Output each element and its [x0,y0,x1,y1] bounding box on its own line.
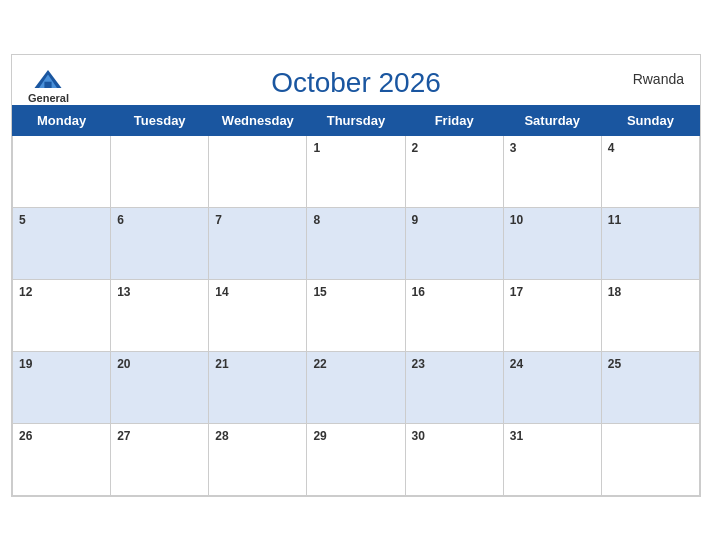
calendar-week-row: 12131415161718 [13,279,700,351]
day-number: 9 [412,213,419,227]
calendar-header: General Blue October 2026 Rwanda [12,55,700,105]
calendar-day-cell: 6 [111,207,209,279]
day-number: 30 [412,429,425,443]
calendar-day-cell: 25 [601,351,699,423]
day-number: 11 [608,213,621,227]
logo-general: General [28,93,69,104]
day-number: 4 [608,141,615,155]
calendar-day-cell: 7 [209,207,307,279]
calendar-day-cell [601,423,699,495]
header-tuesday: Tuesday [111,105,209,135]
calendar-day-cell [111,135,209,207]
day-number: 19 [19,357,32,371]
calendar-day-cell: 27 [111,423,209,495]
day-number: 7 [215,213,222,227]
calendar-day-cell [209,135,307,207]
calendar-day-cell: 20 [111,351,209,423]
day-number: 22 [313,357,326,371]
day-number: 29 [313,429,326,443]
day-number: 13 [117,285,130,299]
calendar-day-cell: 15 [307,279,405,351]
calendar-day-cell: 17 [503,279,601,351]
calendar-week-row: 567891011 [13,207,700,279]
day-number: 5 [19,213,26,227]
day-number: 14 [215,285,228,299]
calendar-day-cell: 4 [601,135,699,207]
day-number: 28 [215,429,228,443]
calendar-day-cell: 8 [307,207,405,279]
day-number: 26 [19,429,32,443]
calendar-table: Monday Tuesday Wednesday Thursday Friday… [12,105,700,496]
calendar-week-row: 262728293031 [13,423,700,495]
calendar-day-cell: 23 [405,351,503,423]
calendar-day-cell: 11 [601,207,699,279]
day-number: 15 [313,285,326,299]
calendar-day-cell: 24 [503,351,601,423]
weekday-header-row: Monday Tuesday Wednesday Thursday Friday… [13,105,700,135]
calendar-day-cell [13,135,111,207]
calendar-day-cell: 26 [13,423,111,495]
calendar-day-cell: 13 [111,279,209,351]
header-sunday: Sunday [601,105,699,135]
calendar-day-cell: 18 [601,279,699,351]
calendar-day-cell: 10 [503,207,601,279]
header-wednesday: Wednesday [209,105,307,135]
day-number: 12 [19,285,32,299]
calendar-day-cell: 29 [307,423,405,495]
day-number: 16 [412,285,425,299]
calendar-day-cell: 28 [209,423,307,495]
header-friday: Friday [405,105,503,135]
day-number: 20 [117,357,130,371]
logo: General Blue [28,65,69,115]
calendar-day-cell: 21 [209,351,307,423]
calendar-week-row: 19202122232425 [13,351,700,423]
calendar-day-cell: 9 [405,207,503,279]
day-number: 17 [510,285,523,299]
day-number: 24 [510,357,523,371]
day-number: 6 [117,213,124,227]
calendar-day-cell: 12 [13,279,111,351]
calendar-day-cell: 19 [13,351,111,423]
calendar: General Blue October 2026 Rwanda Monday … [11,54,701,497]
calendar-week-row: 1234 [13,135,700,207]
month-title: October 2026 [271,67,441,99]
day-number: 31 [510,429,523,443]
calendar-day-cell: 16 [405,279,503,351]
svg-rect-2 [45,81,52,87]
day-number: 23 [412,357,425,371]
day-number: 18 [608,285,621,299]
calendar-day-cell: 22 [307,351,405,423]
day-number: 1 [313,141,320,155]
calendar-day-cell: 5 [13,207,111,279]
header-thursday: Thursday [307,105,405,135]
calendar-day-cell: 2 [405,135,503,207]
day-number: 21 [215,357,228,371]
day-number: 10 [510,213,523,227]
day-number: 8 [313,213,320,227]
calendar-day-cell: 31 [503,423,601,495]
calendar-day-cell: 14 [209,279,307,351]
logo-blue: Blue [37,104,61,115]
day-number: 2 [412,141,419,155]
day-number: 25 [608,357,621,371]
logo-icon [30,65,66,93]
header-saturday: Saturday [503,105,601,135]
country-label: Rwanda [633,71,684,87]
calendar-day-cell: 1 [307,135,405,207]
day-number: 3 [510,141,517,155]
calendar-day-cell: 30 [405,423,503,495]
day-number: 27 [117,429,130,443]
calendar-day-cell: 3 [503,135,601,207]
